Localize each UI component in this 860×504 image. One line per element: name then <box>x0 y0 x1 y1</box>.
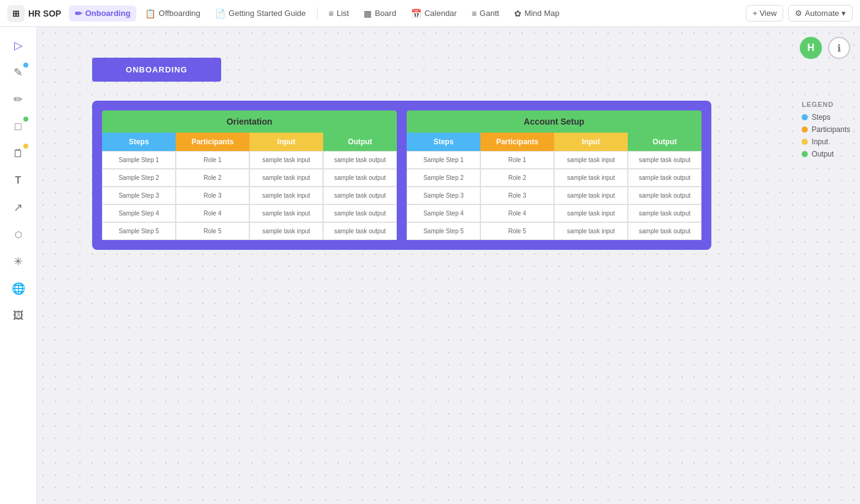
orientation-output-2: sample task output <box>323 169 397 187</box>
pen-dot <box>23 63 28 68</box>
legend-dot-input <box>802 139 808 145</box>
sidebar-item-pen[interactable]: ✎ <box>7 61 29 83</box>
sidebar-item-square[interactable]: □ <box>7 115 29 138</box>
account-step-5: Sample Step 5 <box>407 222 480 240</box>
orientation-step-4: Sample Step 4 <box>102 204 176 222</box>
tab-gantt[interactable]: ≡ Gantt <box>466 6 506 21</box>
table-row: Sample Step 4 Role 4 sample task input s… <box>102 204 397 222</box>
view-button[interactable]: + View <box>746 5 783 21</box>
square-icon: □ <box>15 120 22 133</box>
list-icon: ≡ <box>329 9 334 18</box>
legend-panel: LEGEND Steps Participants Input Output <box>802 101 850 162</box>
board-icon: ▦ <box>364 9 372 18</box>
tab-getting-started-label: Getting Started Guide <box>229 9 306 18</box>
orientation-rows: Sample Step 1 Role 1 sample task input s… <box>102 151 397 240</box>
nav-divider-1 <box>317 7 318 20</box>
main-layout: ▷ ✎ ✏ □ 🗒 T ↗ ⬡ ✳ 🌐 <box>0 27 860 504</box>
tab-list[interactable]: ≡ List <box>322 6 355 21</box>
onboarding-icon: ✏ <box>75 9 82 18</box>
sidebar-item-cursor[interactable]: ▷ <box>7 34 29 56</box>
account-input-4: sample task input <box>554 204 628 222</box>
table-row: Sample Step 4 Role 4 sample task input s… <box>407 204 702 222</box>
tab-calendar[interactable]: 📅 Calendar <box>405 6 463 21</box>
legend-item-input: Input <box>802 138 850 146</box>
view-label: + View <box>752 9 776 18</box>
arrow-icon: ↗ <box>14 201 23 214</box>
automate-chevron-icon: ▾ <box>842 9 846 18</box>
app-logo[interactable]: ⊞ HR SOP <box>7 5 61 22</box>
canvas-area[interactable]: H ℹ ONBOARDING Orientation Steps Partici… <box>37 27 860 504</box>
sidebar-item-sparkle[interactable]: ✳ <box>7 250 29 273</box>
orientation-output-1: sample task output <box>323 151 397 169</box>
account-output-1: sample task output <box>628 151 702 169</box>
offboarding-icon: 📋 <box>145 9 155 18</box>
logo-icon: ⊞ <box>7 5 25 22</box>
info-button[interactable]: ℹ <box>828 37 850 59</box>
orientation-output-4: sample task output <box>323 204 397 222</box>
onboarding-block: ONBOARDING <box>92 58 221 82</box>
table-row: Sample Step 1 Role 1 sample task input s… <box>102 151 397 169</box>
onboarding-label: ONBOARDING <box>92 58 221 82</box>
orientation-col-steps: Steps <box>102 133 176 151</box>
table-row: Sample Step 2 Role 2 sample task input s… <box>407 169 702 187</box>
table-row: Sample Step 5 Role 5 sample task input s… <box>102 222 397 240</box>
orientation-step-2: Sample Step 2 <box>102 169 176 187</box>
sidebar-item-sticky[interactable]: 🗒 <box>7 142 29 165</box>
sidebar-item-arrow[interactable]: ↗ <box>7 196 29 219</box>
automate-button[interactable]: ⚙ Automate ▾ <box>788 5 853 21</box>
legend-item-output: Output <box>802 150 850 158</box>
account-setup-col-input: Input <box>554 133 628 151</box>
getting-started-icon: 📄 <box>215 9 225 18</box>
board-container: Orientation Steps Participants Input Out… <box>92 101 711 250</box>
account-setup-col-participants: Participants <box>480 133 554 151</box>
account-input-5: sample task input <box>554 222 628 240</box>
account-setup-col-steps: Steps <box>407 133 480 151</box>
connect-icon: ⬡ <box>15 230 22 239</box>
legend-label-participants: Participants <box>811 125 850 134</box>
orientation-participant-4: Role 4 <box>176 204 249 222</box>
account-step-4: Sample Step 4 <box>407 204 480 222</box>
automate-label: Automate <box>805 9 839 18</box>
cursor-icon: ▷ <box>14 39 23 52</box>
top-nav: ⊞ HR SOP ✏ Onboarding 📋 Offboarding 📄 Ge… <box>0 0 860 27</box>
legend-label-input: Input <box>811 138 828 146</box>
orientation-output-5: sample task output <box>323 222 397 240</box>
square-dot <box>23 117 28 122</box>
sidebar-item-globe[interactable]: 🌐 <box>7 277 29 300</box>
orientation-col-participants: Participants <box>176 133 249 151</box>
calendar-icon: 📅 <box>411 9 421 18</box>
account-setup-col-headers: Steps Participants Input Output <box>407 133 702 151</box>
account-participant-5: Role 5 <box>480 222 554 240</box>
sidebar-item-connect[interactable]: ⬡ <box>7 223 29 246</box>
account-participant-1: Role 1 <box>480 151 554 169</box>
account-setup-col-output: Output <box>628 133 702 151</box>
sticky-icon: 🗒 <box>13 147 24 160</box>
table-row: Sample Step 1 Role 1 sample task input s… <box>407 151 702 169</box>
user-avatar[interactable]: H <box>800 37 822 59</box>
orientation-step-5: Sample Step 5 <box>102 222 176 240</box>
tab-mindmap-label: Mind Map <box>525 9 560 18</box>
sidebar-item-text[interactable]: T <box>7 169 29 192</box>
sidebar-item-image[interactable]: 🖼 <box>7 304 29 327</box>
orientation-step-3: Sample Step 3 <box>102 187 176 204</box>
sidebar-item-pencil[interactable]: ✏ <box>7 88 29 110</box>
tab-onboarding[interactable]: ✏ Onboarding <box>69 6 137 21</box>
tab-getting-started[interactable]: 📄 Getting Started Guide <box>209 6 312 21</box>
legend-title: LEGEND <box>802 101 850 108</box>
legend-item-steps: Steps <box>802 113 850 122</box>
sparkle-icon: ✳ <box>14 255 23 268</box>
orientation-input-2: sample task input <box>249 169 323 187</box>
account-participant-2: Role 2 <box>480 169 554 187</box>
automate-icon: ⚙ <box>795 9 802 18</box>
orientation-participant-1: Role 1 <box>176 151 249 169</box>
gantt-icon: ≡ <box>472 9 477 18</box>
tab-mindmap[interactable]: ✿ Mind Map <box>508 6 566 21</box>
tab-gantt-label: Gantt <box>480 9 499 18</box>
legend-label-output: Output <box>811 150 834 158</box>
tab-board-label: Board <box>375 9 396 18</box>
account-input-3: sample task input <box>554 187 628 204</box>
orientation-input-4: sample task input <box>249 204 323 222</box>
tab-board[interactable]: ▦ Board <box>358 6 402 21</box>
account-output-4: sample task output <box>628 204 702 222</box>
tab-offboarding[interactable]: 📋 Offboarding <box>139 6 206 21</box>
